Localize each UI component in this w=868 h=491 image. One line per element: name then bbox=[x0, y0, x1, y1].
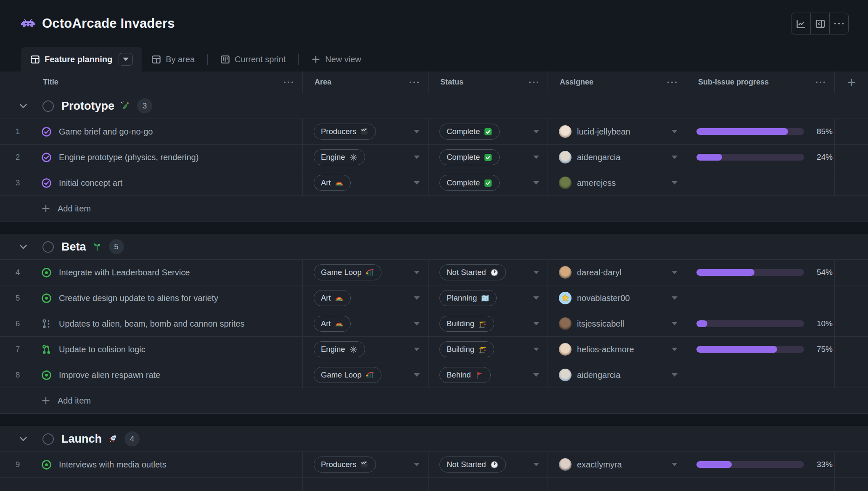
progress-bar bbox=[696, 346, 804, 353]
caret-down-icon[interactable] bbox=[414, 181, 420, 185]
assignee-cell[interactable]: novablaster00 bbox=[548, 285, 686, 311]
column-header-status[interactable]: Status bbox=[429, 71, 548, 93]
chevron-down-icon[interactable] bbox=[19, 242, 28, 252]
area-cell[interactable]: Game Loop bbox=[303, 362, 429, 388]
view-options-button[interactable] bbox=[119, 53, 133, 66]
caret-down-icon[interactable] bbox=[414, 271, 420, 274]
caret-down-icon[interactable] bbox=[533, 181, 539, 185]
column-label: Status bbox=[440, 78, 463, 87]
caret-down-icon[interactable] bbox=[533, 130, 539, 133]
column-menu-icon[interactable] bbox=[667, 82, 677, 83]
caret-down-icon[interactable] bbox=[672, 130, 677, 133]
area-cell[interactable]: Art bbox=[303, 170, 429, 195]
column-header-sub-issue-progress[interactable]: Sub-issue progress bbox=[686, 71, 835, 93]
chevron-down-icon[interactable] bbox=[19, 434, 28, 444]
assignee-cell[interactable]: dareal-daryl bbox=[548, 260, 686, 285]
caret-down-icon[interactable] bbox=[533, 322, 539, 325]
status-cell[interactable]: Not Started bbox=[429, 452, 548, 477]
caret-down-icon[interactable] bbox=[414, 322, 420, 325]
tab-by-area[interactable]: By area bbox=[142, 47, 204, 71]
column-header-area[interactable]: Area bbox=[303, 71, 429, 93]
status-pill: Complete bbox=[439, 149, 500, 165]
draft-pr-icon bbox=[41, 319, 52, 329]
issue-title[interactable]: Engine prototype (physics, rendering) bbox=[59, 153, 198, 162]
issue-title[interactable]: Creative design update to aliens for var… bbox=[59, 293, 218, 303]
assignee-cell[interactable]: itsjessicabell bbox=[548, 311, 686, 336]
status-label: Complete bbox=[447, 178, 480, 187]
assignee-cell[interactable]: aidengarcia bbox=[548, 362, 686, 388]
tab-new-view[interactable]: New view bbox=[302, 47, 370, 71]
issue-title[interactable]: Updates to alien, beam, bomb and cannon … bbox=[59, 319, 244, 329]
column-menu-icon[interactable] bbox=[816, 82, 825, 83]
caret-down-icon[interactable] bbox=[533, 348, 539, 351]
column-header-title[interactable]: Title bbox=[0, 71, 303, 93]
caret-down-icon[interactable] bbox=[672, 156, 677, 159]
column-menu-icon[interactable] bbox=[529, 82, 538, 83]
add-item-button[interactable]: Add item bbox=[0, 388, 868, 414]
status-cell[interactable]: Complete bbox=[429, 170, 548, 195]
status-cell[interactable]: Not Started bbox=[429, 260, 548, 285]
caret-down-icon[interactable] bbox=[414, 373, 420, 377]
caret-down-icon[interactable] bbox=[672, 348, 677, 351]
assignee-cell[interactable]: helios-ackmore bbox=[548, 337, 686, 362]
area-cell[interactable]: Engine bbox=[303, 337, 429, 362]
assignee-cell[interactable]: aidengarcia bbox=[548, 145, 686, 170]
area-cell[interactable]: Art bbox=[303, 285, 429, 311]
table-row: 3 Initial concept art Art Complete amere… bbox=[0, 170, 868, 196]
more-options-button[interactable] bbox=[829, 13, 848, 34]
side-panel-button[interactable] bbox=[810, 13, 829, 34]
area-cell[interactable]: Engine bbox=[303, 145, 429, 170]
group-header-launch: Launch 4 bbox=[0, 426, 868, 452]
tab-current-sprint[interactable]: Current sprint bbox=[211, 47, 295, 71]
table-icon bbox=[30, 55, 40, 64]
area-pill: Producers bbox=[314, 124, 376, 140]
caret-down-icon[interactable] bbox=[414, 296, 420, 300]
status-cell[interactable]: Building bbox=[429, 337, 548, 362]
issue-title[interactable]: Integrate with Leaderboard Service bbox=[59, 268, 190, 277]
caret-down-icon[interactable] bbox=[672, 296, 677, 300]
issue-title[interactable]: Interviews with media outlets bbox=[59, 460, 167, 470]
status-cell[interactable]: Planning bbox=[429, 285, 548, 311]
caret-down-icon[interactable] bbox=[672, 322, 677, 325]
tab-feature-planning[interactable]: Feature planning bbox=[21, 47, 142, 71]
caret-down-icon[interactable] bbox=[672, 463, 677, 466]
caret-down-icon[interactable] bbox=[533, 156, 539, 159]
caret-down-icon[interactable] bbox=[414, 130, 420, 133]
assignee-cell[interactable]: exactlymyra bbox=[548, 452, 686, 477]
column-header-assignee[interactable]: Assignee bbox=[548, 71, 686, 93]
caret-down-icon[interactable] bbox=[414, 348, 420, 351]
status-cell[interactable]: Building bbox=[429, 311, 548, 336]
caret-down-icon[interactable] bbox=[672, 181, 677, 185]
tab-label: By area bbox=[166, 55, 195, 64]
issue-title[interactable]: Update to colision logic bbox=[59, 345, 146, 354]
caret-down-icon[interactable] bbox=[672, 271, 677, 274]
issue-title[interactable]: Initial concept art bbox=[59, 178, 122, 188]
column-menu-icon[interactable] bbox=[284, 82, 293, 83]
avatar bbox=[559, 266, 572, 279]
area-cell[interactable]: Producers bbox=[303, 119, 429, 144]
issue-title[interactable]: Game brief and go-no-go bbox=[59, 127, 153, 137]
area-cell[interactable]: Producers bbox=[303, 452, 429, 477]
caret-down-icon[interactable] bbox=[672, 373, 677, 377]
issue-title[interactable]: Improve alien respawn rate bbox=[59, 370, 160, 380]
status-cell[interactable]: Complete bbox=[429, 119, 548, 144]
status-cell[interactable]: Complete bbox=[429, 145, 548, 170]
clock-icon bbox=[490, 268, 499, 277]
caret-down-icon[interactable] bbox=[533, 373, 539, 377]
column-menu-icon[interactable] bbox=[410, 82, 419, 83]
status-cell[interactable]: Behind bbox=[429, 362, 548, 388]
caret-down-icon[interactable] bbox=[533, 463, 539, 466]
add-item-button[interactable]: Add item bbox=[0, 196, 868, 222]
assignee-cell[interactable]: amerejess bbox=[548, 170, 686, 195]
area-cell[interactable]: Game Loop bbox=[303, 260, 429, 285]
caret-down-icon[interactable] bbox=[533, 296, 539, 300]
caret-down-icon[interactable] bbox=[533, 271, 539, 274]
add-column-button[interactable] bbox=[835, 71, 868, 93]
area-cell[interactable]: Art bbox=[303, 311, 429, 336]
caret-down-icon[interactable] bbox=[414, 463, 420, 466]
caret-down-icon[interactable] bbox=[414, 156, 420, 159]
insights-button[interactable] bbox=[791, 13, 810, 34]
chevron-down-icon[interactable] bbox=[19, 101, 28, 111]
assignee-cell[interactable]: lucid-jellybean bbox=[548, 119, 686, 144]
avatar bbox=[559, 292, 572, 304]
